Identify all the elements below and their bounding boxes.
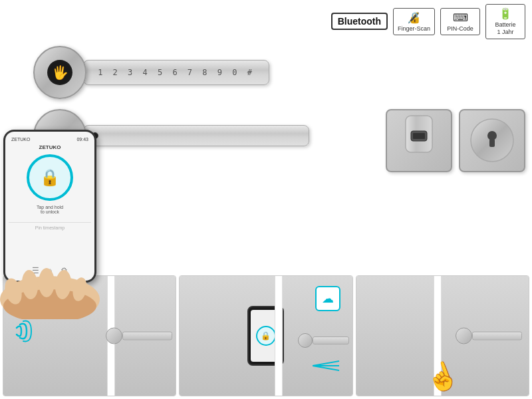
scene2-lock-icon: 🔒 [261,331,271,340]
header-badges: Bluetooth 🔏 Finger-Scan ⌨ PIN-Code 🔋 Bat… [0,0,532,39]
svg-rect-2 [413,133,425,139]
pointing-finger: ☝ [422,356,464,396]
fp-rays-svg [313,356,346,376]
lock-icon: 🔒 [40,168,60,187]
battery-icon: 🔋 [499,7,512,20]
phone-time: 09:43 [76,137,88,142]
scene2-round [298,333,313,348]
phone-status-bar: ZETUKO 09:43 [9,137,91,142]
scene1-handle [106,328,172,344]
pin-pad-numbers: 1 2 3 4 5 6 7 8 9 0 # [98,68,255,77]
pin-code-icon: ⌨ [453,11,468,24]
phone-lock-circle: 🔒 [27,154,73,201]
handle-round-top: 🖐 [33,46,86,99]
svg-point-4 [487,131,497,140]
svg-rect-5 [489,139,495,147]
scene1-round [106,328,122,344]
battery-label: Batterie1 Jahr [495,21,515,36]
fingerprint-sensor: 🖐 [47,60,72,85]
scene2-bar [313,336,349,344]
top-handle: 🖐 1 2 3 4 5 6 7 8 9 0 # [33,46,269,99]
handle-bar-bottom [83,125,309,146]
hand-svg [0,266,106,319]
pin-timestamp: Pin timestamp [35,225,65,230]
touch-scene-panel: ☝ [356,275,529,396]
app-scene-panel: 🔒 ☁ [179,275,352,396]
scene3-round [456,328,472,344]
unlock-text: Tap and holdto unlock [37,205,63,214]
fp-badge: ☁ [315,286,340,311]
bluetooth-waves [13,318,37,348]
pin-code-label: PIN-Code [447,25,473,32]
finger-scan-badge: 🔏 Finger-Scan [393,8,435,35]
phone-app-name: ZETUKO [11,137,30,142]
scene3-bar [472,332,522,340]
svg-line-15 [313,366,339,370]
fp-badge-icon: ☁ [322,291,334,306]
phone-area: ZETUKO 09:43 ZETUKO 🔒 Tap and holdto unl… [3,130,96,283]
phone-screen: ZETUKO 09:43 ZETUKO 🔒 Tap and holdto unl… [5,132,94,281]
fingerprint-icon: 🖐 [52,65,68,80]
scene3-handle [456,328,522,344]
detail-images [386,109,525,172]
phone-title: ZETUKO [39,144,61,150]
usb-port-detail [386,109,452,172]
scene2-lock-circle: 🔒 [256,326,276,346]
svg-line-13 [313,361,339,366]
finger-scan-icon: 🔏 [407,11,420,24]
keyhole-detail [459,109,525,172]
battery-badge: 🔋 Batterie1 Jahr [485,4,525,39]
pin-code-badge: ⌨ PIN-Code [440,8,480,35]
scene1-bar [122,332,172,340]
scene2-handle [298,333,349,348]
bluetooth-badge: Bluetooth [331,13,388,30]
handle-bar-top: 1 2 3 4 5 6 7 8 9 0 # [83,60,269,85]
phone: ZETUKO 09:43 ZETUKO 🔒 Tap and holdto unl… [3,130,96,283]
finger-scan-label: Finger-Scan [398,25,430,32]
svg-point-10 [39,268,55,297]
wall-strip-2 [275,276,283,396]
